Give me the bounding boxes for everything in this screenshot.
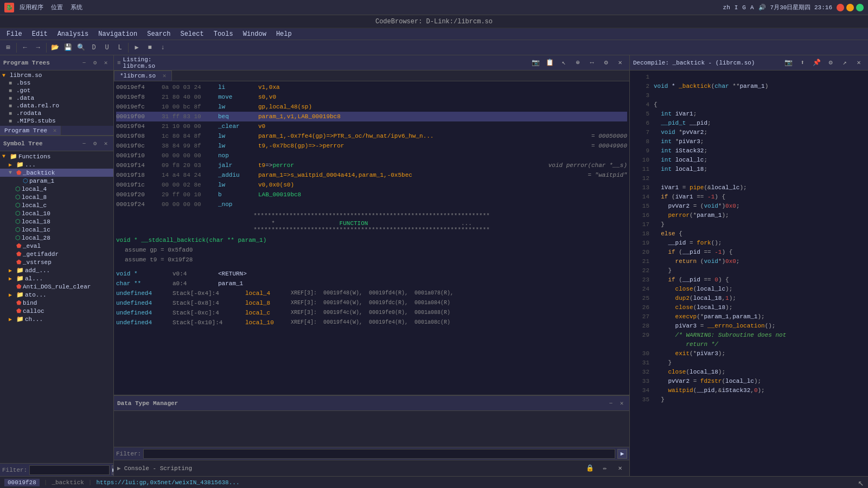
decompile-export-btn[interactable]: ⬆ [796,57,808,69]
window-minimize-btn[interactable] [846,4,854,11]
tree-dots[interactable]: ▶ 📁 ... [0,160,113,169]
local18-icon: ⬡ [15,218,21,225]
tb-save[interactable]: 💾 [62,42,74,54]
tb-stop[interactable]: ■ [144,42,156,54]
tree-eval[interactable]: ⬟ _eval [0,242,113,250]
tb-home[interactable]: ⊞ [2,42,14,54]
symbol-tree-minimize[interactable]: − [80,139,88,148]
dtm-filter-btn[interactable]: ▶ [617,449,627,459]
tb-listing[interactable]: L [114,42,126,54]
listing-close-btn[interactable]: ✕ [614,57,626,69]
tb-back[interactable]: ← [19,42,31,54]
tree-ch[interactable]: ▶ 📁 ch... [0,315,113,323]
decompile-pin-btn[interactable]: 📌 [810,57,822,69]
tab-program-tree-close[interactable]: ✕ [53,127,57,134]
sys-menu-location[interactable]: 位置 [49,3,65,11]
data-type-manager-panel: Data Type Manager − ✕ Filter: ▶ [114,395,629,460]
tree-functions[interactable]: ▼ 📁 Functions [0,152,113,160]
decompile-close-btn[interactable]: ✕ [853,57,865,69]
tree-localc[interactable]: ⬡ local_c [0,201,113,209]
code-text-11: int local_18; [654,165,864,174]
menu-file[interactable]: File [2,29,27,39]
tree-bss[interactable]: ■ .bss [0,79,113,87]
menu-navigation[interactable]: Navigation [94,29,142,39]
menu-help[interactable]: Help [272,29,296,39]
tb-open[interactable]: 📂 [49,42,61,54]
tree-librcm[interactable]: ▼ librcm.so [0,72,113,79]
sys-menu-applications[interactable]: 应用程序 [17,3,46,11]
console-lock-btn[interactable]: 🔒 [584,463,596,474]
listing-sync-btn[interactable]: ↔ [586,57,598,69]
tree-add[interactable]: ▶ 📁 add_... [0,266,113,274]
listing-follow-btn[interactable]: ⊕ [572,57,584,69]
listing-tab-librcm[interactable]: *librcm.so ✕ [114,70,172,81]
tree-local4[interactable]: ⬡ local_4 [0,185,113,193]
tb-disasm[interactable]: D [88,42,100,54]
ato-expand-icon: ▶ [9,292,15,298]
decompile-snapshot-btn[interactable]: 📷 [782,57,794,69]
menu-analysis[interactable]: Analysis [53,29,93,39]
tree-rodata[interactable]: ■ .rodata [0,110,113,117]
asm-addr-ef8: 00019ef8 [116,93,159,101]
line-num-31: 31 [634,358,649,368]
tree-got[interactable]: ■ .got [0,87,113,94]
decompile-settings-btn[interactable]: ⚙ [825,57,837,69]
tree-getifaddr[interactable]: ⬟ _getifaddr [0,250,113,258]
tree-al[interactable]: ▶ 📁 al... [0,274,113,282]
tree-bind[interactable]: ⬟ bind [0,299,113,307]
sys-menu-system[interactable]: 系统 [68,3,85,11]
tree-ato[interactable]: ▶ 📁 ato... [0,291,113,299]
listing-tab-close[interactable]: ✕ [163,73,167,79]
decompile-content[interactable]: 1 2 void * _backtick(char **param_1) 3 4… [630,70,868,476]
menu-select[interactable]: Select [176,29,208,39]
code-line-8: 8 int *piVar3; [634,137,864,146]
menu-search[interactable]: Search [143,29,175,39]
window-maximize-btn[interactable] [856,4,864,11]
dtm-minimize[interactable]: − [607,399,615,408]
listing-cursor-btn[interactable]: ↖ [558,57,570,69]
listing-content[interactable]: 00019ef4 0a 00 03 24 li v1,0xa 00019ef8 … [114,81,629,395]
getifaddr-func-icon: ⬟ [16,251,22,258]
window-close-btn[interactable] [837,4,844,11]
console-close-btn[interactable]: ✕ [614,463,626,474]
tree-calloc[interactable]: ⬟ calloc [0,307,113,315]
tree-local10[interactable]: ⬡ local_10 [0,209,113,217]
menu-tools[interactable]: Tools [209,29,238,39]
listing-snapshot-btn[interactable]: 📷 [529,57,541,69]
dtm-filter-input[interactable] [143,449,615,459]
tree-mips-stubs[interactable]: ■ .MIPS.stubs [0,117,113,125]
program-trees-minimize[interactable]: − [80,59,88,67]
tb-step[interactable]: ↓ [157,42,169,54]
tb-run[interactable]: ▶ [131,42,143,54]
decompile-detach-btn[interactable]: ↗ [839,57,851,69]
tree-data-rel-ro[interactable]: ■ .data.rel.ro [0,102,113,110]
symbol-tree-close[interactable]: ✕ [101,139,110,148]
tb-analyze[interactable]: 🔍 [75,42,87,54]
tree-param1[interactable]: ⬡ param_1 [0,177,113,185]
tree-local1c[interactable]: ⬡ local_1c [0,226,113,234]
symbol-filter-input[interactable] [29,465,110,475]
menu-window[interactable]: Window [239,29,271,39]
program-trees-settings[interactable]: ⚙ [91,59,99,67]
tab-program-tree[interactable]: Program Tree ✕ [0,126,61,135]
symbol-tree-settings[interactable]: ⚙ [91,139,99,148]
asm-bytes-ef8: 21 80 40 00 [162,93,216,101]
tree-vstrsep[interactable]: ⬟ _vstrsep [0,258,113,266]
program-trees-close[interactable]: ✕ [101,59,110,67]
tree-antidos[interactable]: ⬟ Anti_DOS_rule_clear [0,282,113,291]
symbol-filter-btn[interactable]: ▶ [112,465,113,475]
tree-local28[interactable]: ⬡ local_28 [0,234,113,242]
tree-local8[interactable]: ⬡ local_8 [0,193,113,201]
listing-copy-btn[interactable]: 📋 [544,57,556,69]
dtm-close[interactable]: ✕ [617,399,626,408]
console-edit-btn[interactable]: ✏ [599,463,611,474]
menu-edit[interactable]: Edit [28,29,52,39]
line-num-19: 19 [634,239,649,248]
tb-forward[interactable]: → [32,42,44,54]
local1c-icon: ⬡ [15,226,21,233]
tree-local18[interactable]: ⬡ local_18 [0,217,113,226]
tb-undo[interactable]: U [101,42,113,54]
tree-data[interactable]: ■ .data [0,94,113,102]
listing-settings-btn[interactable]: ⚙ [600,57,612,69]
tree-backtick[interactable]: ▼ ⬟ _backtick [0,169,113,177]
